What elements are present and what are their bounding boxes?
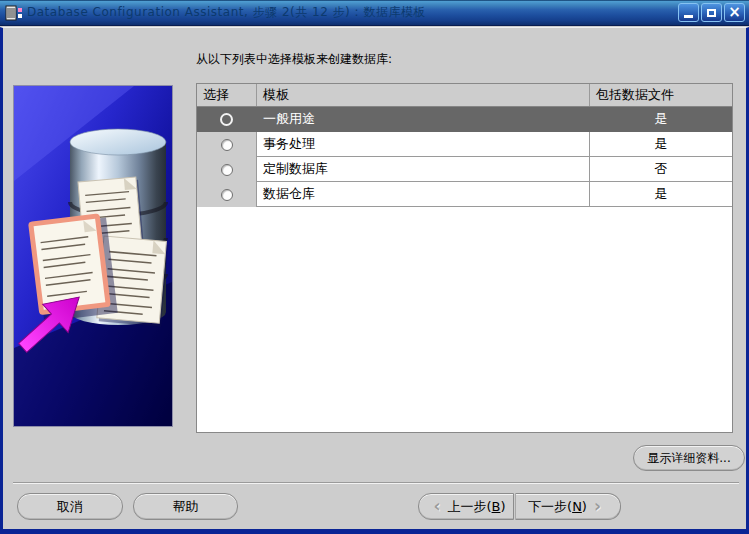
minimize-icon bbox=[684, 15, 693, 18]
show-details-button[interactable]: 显示详细资料... bbox=[633, 445, 745, 471]
close-button[interactable]: × bbox=[724, 3, 745, 22]
table-header: 选择 模板 包括数据文件 bbox=[197, 84, 732, 107]
table-row-general-purpose[interactable]: 一般用途 是 bbox=[197, 107, 732, 132]
column-header-select: 选择 bbox=[197, 84, 257, 106]
template-table: 选择 模板 包括数据文件 一般用途 是 事务处理 是 定制数据库 否 数据仓库 … bbox=[196, 83, 733, 433]
window-body: 从以下列表中选择模板来创建数据库: 选择 模板 包括数据文件 一般用途 是 事务… bbox=[0, 27, 749, 534]
radio-button[interactable] bbox=[221, 164, 233, 176]
next-chevron-icon: › bbox=[587, 498, 608, 515]
maximize-button[interactable] bbox=[701, 3, 722, 22]
includes-datafiles-value: 是 bbox=[590, 107, 732, 132]
template-name: 数据仓库 bbox=[257, 182, 590, 207]
radio-button[interactable] bbox=[220, 113, 233, 126]
includes-datafiles-value: 是 bbox=[590, 182, 732, 207]
cancel-button[interactable]: 取消 bbox=[17, 493, 123, 520]
next-button[interactable]: 下一步(N) › bbox=[515, 493, 621, 520]
app-icon bbox=[5, 5, 23, 21]
back-chevron-icon: ‹ bbox=[426, 498, 447, 515]
help-button[interactable]: 帮助 bbox=[133, 493, 238, 520]
table-row-custom-database[interactable]: 定制数据库 否 bbox=[197, 157, 732, 182]
template-name: 一般用途 bbox=[257, 107, 590, 132]
wizard-artwork bbox=[14, 86, 172, 426]
window-title: Database Configuration Assistant, 步骤 2(共… bbox=[27, 4, 678, 21]
button-separator bbox=[13, 482, 739, 484]
maximize-icon bbox=[707, 9, 716, 17]
minimize-button[interactable] bbox=[678, 3, 699, 22]
table-row-transaction-processing[interactable]: 事务处理 是 bbox=[197, 132, 732, 157]
includes-datafiles-value: 是 bbox=[590, 132, 732, 157]
title-bar[interactable]: Database Configuration Assistant, 步骤 2(共… bbox=[0, 0, 749, 26]
template-name: 定制数据库 bbox=[257, 157, 590, 182]
column-header-template: 模板 bbox=[257, 84, 590, 106]
template-name: 事务处理 bbox=[257, 132, 590, 157]
close-icon: × bbox=[728, 5, 741, 20]
back-button[interactable]: ‹ 上一步(B) bbox=[418, 493, 514, 520]
back-button-label: 上一步(B) bbox=[447, 498, 505, 516]
radio-button[interactable] bbox=[221, 189, 233, 201]
table-row-data-warehouse[interactable]: 数据仓库 是 bbox=[197, 182, 732, 207]
instruction-text: 从以下列表中选择模板来创建数据库: bbox=[196, 51, 392, 68]
radio-button[interactable] bbox=[221, 139, 233, 151]
next-button-label: 下一步(N) bbox=[528, 498, 587, 516]
column-header-datafiles: 包括数据文件 bbox=[590, 84, 732, 106]
includes-datafiles-value: 否 bbox=[590, 157, 732, 182]
